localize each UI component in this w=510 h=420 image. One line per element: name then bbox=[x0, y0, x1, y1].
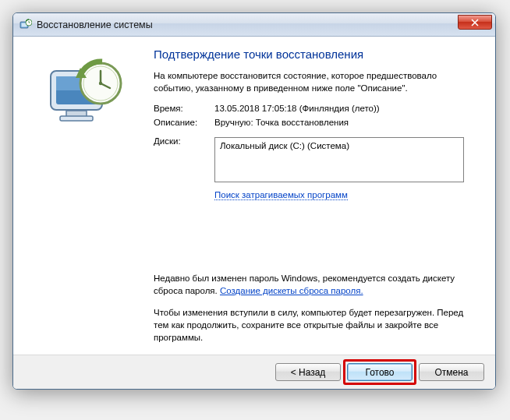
create-password-reset-disk-link[interactable]: Создание дискеты сброса пароля. bbox=[220, 286, 363, 295]
system-restore-icon bbox=[19, 19, 32, 31]
client-area: Подтверждение точки восстановления На ко… bbox=[13, 37, 495, 389]
system-restore-window: Восстановление системы bbox=[12, 12, 496, 390]
disk-item: Локальный диск (C:) (Система) bbox=[220, 141, 349, 150]
disks-listbox[interactable]: Локальный диск (C:) (Система) bbox=[214, 137, 464, 182]
scan-affected-programs-link[interactable]: Поиск затрагиваемых программ bbox=[214, 190, 348, 200]
intro-text: На компьютере восстановится состояние, к… bbox=[154, 70, 472, 94]
close-button[interactable] bbox=[458, 15, 492, 30]
wizard-icon-column bbox=[21, 48, 154, 355]
restart-warning-note: Чтобы изменения вступили в силу, компьют… bbox=[154, 306, 472, 344]
button-bar: < Назад Готово Отмена bbox=[13, 355, 495, 389]
disks-label: Диски: bbox=[154, 136, 208, 182]
description-label: Описание: bbox=[154, 118, 208, 127]
cancel-button[interactable]: Отмена bbox=[419, 363, 484, 381]
page-heading: Подтверждение точки восстановления bbox=[154, 48, 472, 61]
password-reset-note: Недавно был изменен пароль Windows, реко… bbox=[154, 272, 472, 297]
finish-button[interactable]: Готово bbox=[347, 363, 413, 381]
time-value: 13.05.2018 17:05:18 (Финляндия (лето)) bbox=[214, 104, 380, 113]
titlebar[interactable]: Восстановление системы bbox=[13, 13, 495, 37]
window-title: Восстановление системы bbox=[37, 19, 453, 30]
time-label: Время: bbox=[154, 104, 208, 113]
restore-graphic-icon bbox=[44, 52, 130, 130]
svg-rect-7 bbox=[60, 116, 93, 121]
close-icon bbox=[471, 19, 479, 26]
time-row: Время: 13.05.2018 17:05:18 (Финляндия (л… bbox=[154, 104, 472, 113]
disks-row: Диски: Локальный диск (C:) (Система) bbox=[154, 136, 472, 182]
description-value: Вручную: Точка восстановления bbox=[214, 118, 349, 127]
description-row: Описание: Вручную: Точка восстановления bbox=[154, 118, 472, 127]
content-column: Подтверждение точки восстановления На ко… bbox=[154, 48, 472, 355]
svg-point-12 bbox=[99, 82, 102, 85]
back-button[interactable]: < Назад bbox=[275, 363, 341, 381]
